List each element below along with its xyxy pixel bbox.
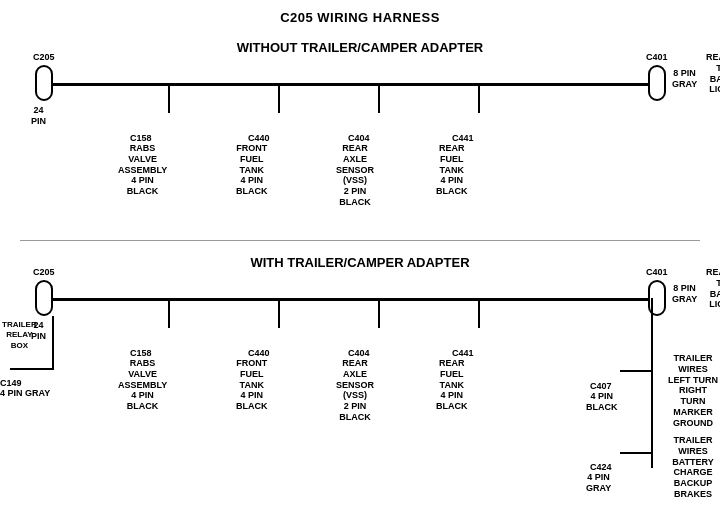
s2-c424-pins: 4 PINGRAY [586, 472, 611, 494]
s2-c149-connector [2, 358, 20, 376]
s1-c158-label: RABS VALVEASSEMBLY4 PIN BLACK [118, 143, 167, 197]
section2-main-wire [52, 298, 652, 301]
s2-c407-wire-h [620, 370, 652, 372]
s2-c401-label: REAR PARK/STOP TURN LAMPS BACKUP LAMPS L… [706, 267, 720, 321]
s2-c407-connector [600, 360, 618, 378]
s2-c424-label: TRAILER WIRESBATTERY CHARGEBACKUPBRAKES [666, 435, 720, 500]
page-title: C205 WIRING HARNESS [0, 4, 720, 25]
s2-c441: C441 REAR FUELTANK4 PIN BLACK [0, 0, 18, 18]
s1-c440-label: FRONT FUELTANK4 PIN BLACK [236, 143, 268, 197]
s1-c441-label: REAR FUELTANK4 PIN BLACK [436, 143, 468, 197]
s2-c441-label: REAR FUELTANK4 PIN BLACK [436, 358, 468, 412]
s1-c205-id: C205 [33, 52, 55, 63]
s2-c149-pins: 4 PIN GRAY [0, 388, 50, 399]
s2-right-branch-wire [651, 298, 653, 468]
diagram-container: C205 WIRING HARNESS WITHOUT TRAILER/CAMP… [0, 0, 720, 510]
section-divider [20, 240, 700, 241]
s1-c205-pins: 24 PIN [31, 105, 46, 127]
s1-c404-label: REAR AXLESENSOR(VSS)2 PIN BLACK [336, 143, 374, 208]
s2-trailer-relay-wire-v [52, 316, 54, 368]
s1-c401-id: C401 [646, 52, 668, 63]
s1-c401-label: REAR PARK/STOP TURN LAMPS BACKUP LAMPS L… [706, 52, 720, 95]
s2-c404-label: REAR AXLESENSOR(VSS)2 PIN BLACK [336, 358, 374, 423]
section1-main-wire [52, 83, 652, 86]
s2-c424-wire-h [620, 452, 652, 454]
s2-c407-pins: 4 PINBLACK [586, 391, 618, 413]
section2-label: WITH TRAILER/CAMPER ADAPTER [120, 255, 600, 270]
s2-c440-label: FRONT FUELTANK4 PIN BLACK [236, 358, 268, 412]
s2-c401-id: C401 [646, 267, 668, 278]
s2-c401-pins: 8 PIN GRAY [672, 283, 697, 305]
section1-label: WITHOUT TRAILER/CAMPER ADAPTER [120, 40, 600, 55]
s1-c401-pins: 8 PIN GRAY [672, 68, 697, 90]
s2-c158-label: RABS VALVEASSEMBLY4 PIN BLACK [118, 358, 167, 412]
s2-trailer-relay-box: TRAILERRELAYBOX [2, 320, 37, 351]
s2-c407-label: TRAILER WIRESLEFT TURNRIGHT TURNMARKERGR… [666, 353, 720, 429]
s2-c205-id: C205 [33, 267, 55, 278]
s2-c424-connector [600, 442, 618, 460]
